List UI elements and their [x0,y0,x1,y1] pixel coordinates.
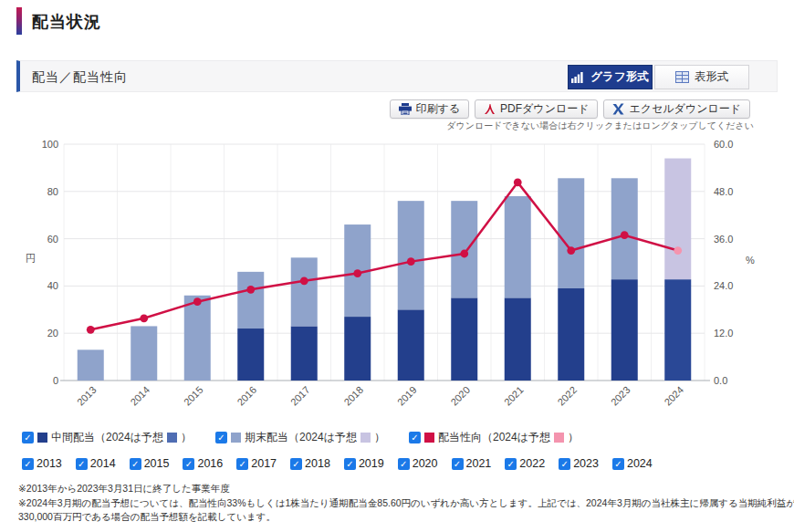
interim-dividend-bar-2020 [451,297,477,381]
payout-ratio-point-2024 [674,246,682,255]
page-title: 配当状況 [32,11,101,33]
interim-dividend-bar-2017 [291,326,318,381]
payout-ratio-point-2023 [621,231,629,239]
year-filter-2015[interactable]: ✓2015 [130,457,170,470]
yearend-dividend-bar-2015 [184,296,211,381]
year-label: 2014 [90,457,116,470]
year-checkbox-2018[interactable]: ✓ [290,458,302,470]
year-checkbox-2014[interactable]: ✓ [76,458,88,470]
year-checkbox-2020[interactable]: ✓ [398,458,410,470]
payout-ratio-point-2022 [567,246,575,255]
legend-checkbox-2[interactable]: ✓ [409,432,421,443]
left-axis-tick: 80 [47,186,58,197]
dividend-chart: 00.02012.04024.06036.08048.010060.0円%201… [18,135,757,422]
year-filter-2020[interactable]: ✓2020 [398,457,438,470]
payout-ratio-point-2017 [300,276,308,285]
dividend-chart-svg: 00.02012.04024.06036.08048.010060.0円%201… [18,135,757,422]
legend-label: 配当性向（2024は予想 [438,430,550,445]
x-axis-year-label: 2017 [288,384,312,408]
year-label: 2015 [144,457,170,470]
right-axis-tick: 0.0 [714,375,727,386]
year-label: 2017 [251,457,277,470]
yearend-dividend-bar-2022 [558,178,584,288]
yearend-dividend-bar-2013 [78,349,104,381]
legend-label-suffix: ） [374,430,385,445]
year-label: 2022 [519,457,545,470]
graph-format-button[interactable]: グラフ形式 [568,65,653,89]
payout-ratio-point-2019 [407,257,415,266]
pdf-download-button[interactable]: PDFダウンロード [475,99,598,119]
legend-forecast-swatch [360,433,371,443]
legend-checkbox-0[interactable]: ✓ [22,432,34,443]
year-label: 2016 [197,457,223,470]
yearend-dividend-bar-2014 [131,326,157,381]
right-axis-tick: 24.0 [714,280,733,291]
year-filter-2019[interactable]: ✓2019 [344,457,384,470]
year-filter-2018[interactable]: ✓2018 [290,457,330,470]
footnote-line: ※2013年から2023年3月31日に終了した事業年度 [18,482,781,496]
year-filter-2017[interactable]: ✓2017 [236,457,277,470]
year-filters: ✓2013✓2014✓2015✓2016✓2017✓2018✓2019✓2020… [22,457,653,470]
printer-icon [399,103,412,115]
yearend-dividend-bar-2017 [291,257,318,326]
interim-dividend-bar-2024 [664,279,691,381]
legend-item-0: ✓中間配当（2024は予想） [22,430,192,445]
payout-ratio-point-2016 [246,286,255,294]
left-axis-tick: 100 [42,139,58,150]
right-axis-tick: 12.0 [714,328,733,339]
x-axis-year-label: 2023 [609,384,632,408]
payout-ratio-point-2021 [514,178,522,186]
left-axis-label: 円 [26,253,36,264]
legend-forecast-swatch [167,433,177,443]
bar-chart-icon [571,71,585,83]
yearend-dividend-bar-2020 [451,201,477,297]
year-checkbox-2023[interactable]: ✓ [559,458,570,470]
year-filter-2014[interactable]: ✓2014 [76,457,116,470]
year-checkbox-2013[interactable]: ✓ [22,458,34,470]
year-checkbox-2024[interactable]: ✓ [612,458,624,470]
payout-ratio-point-2020 [460,250,468,258]
print-button[interactable]: 印刷する [390,99,470,119]
yearend-dividend-bar-2024 [664,159,691,280]
x-axis-year-label: 2019 [395,384,419,408]
chart-legend: ✓中間配当（2024は予想）✓期末配当（2024は予想）✓配当性向（2024は予… [22,430,579,445]
year-filter-2024[interactable]: ✓2024 [612,457,653,470]
footnote-line: ※2024年3月期の配当予想については、配当性向33%もしくは1株当たり通期配当… [18,496,781,511]
year-checkbox-2017[interactable]: ✓ [236,458,248,470]
year-checkbox-2016[interactable]: ✓ [183,458,194,470]
print-label: 印刷する [416,101,461,117]
year-filter-2016[interactable]: ✓2016 [183,457,223,470]
right-axis-tick: 36.0 [714,234,733,245]
table-format-button[interactable]: 表形式 [654,65,749,89]
year-filter-2023[interactable]: ✓2023 [559,457,599,470]
footnotes: ※2013年から2023年3月31日に終了した事業年度 ※2024年3月期の配当… [18,482,781,525]
excel-download-button[interactable]: エクセルダウンロード [603,99,750,119]
year-filter-2022[interactable]: ✓2022 [505,457,545,470]
year-checkbox-2015[interactable]: ✓ [130,458,141,470]
left-axis-tick: 60 [47,234,58,245]
x-axis-year-label: 2024 [662,384,685,408]
year-label: 2020 [413,457,438,470]
payout-ratio-point-2013 [87,326,95,334]
year-checkbox-2022[interactable]: ✓ [505,458,517,470]
year-filter-2013[interactable]: ✓2013 [22,457,62,470]
interim-dividend-bar-2018 [344,317,371,381]
year-label: 2013 [37,457,62,470]
legend-label-suffix: ） [568,430,579,445]
year-filter-2021[interactable]: ✓2021 [452,457,492,470]
left-axis-tick: 20 [47,328,58,339]
payout-ratio-point-2018 [353,269,361,277]
legend-forecast-swatch [554,433,564,443]
year-checkbox-2019[interactable]: ✓ [344,458,356,470]
left-axis-tick: 40 [47,280,58,291]
x-axis-year-label: 2015 [182,384,205,408]
download-note: ダウンロードできない場合は右クリックまたはロングタップしてください [446,120,754,132]
legend-swatch [424,433,434,443]
payout-ratio-point-2015 [193,297,202,306]
interim-dividend-bar-2022 [558,288,584,381]
table-format-label: 表形式 [695,69,729,85]
legend-checkbox-1[interactable]: ✓ [215,432,227,443]
legend-item-1: ✓期末配当（2024は予想） [215,430,385,445]
x-axis-year-label: 2021 [502,384,526,408]
year-checkbox-2021[interactable]: ✓ [452,458,464,470]
